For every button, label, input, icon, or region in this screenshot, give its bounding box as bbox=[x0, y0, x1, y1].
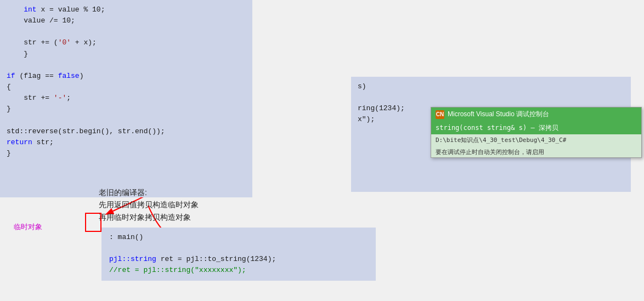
vs-popup-header: CN Microsoft Visual Studio 调试控制台 bbox=[431, 107, 641, 121]
code-line: str += ('0' + x); bbox=[7, 37, 246, 48]
annotation-line3: 再用临时对象拷贝构造对象 bbox=[99, 211, 199, 223]
keyword-false: false bbox=[58, 72, 80, 80]
code-line: { bbox=[7, 82, 246, 93]
red-rect-marker bbox=[85, 213, 101, 232]
code-line-pjl: pjl::string ret = pjl::to_string(1234); bbox=[109, 254, 368, 265]
keyword-pjl-string: pjl:: bbox=[109, 255, 131, 263]
right-code-line2 bbox=[358, 92, 624, 103]
keyword-if: if bbox=[7, 72, 15, 80]
keyword-return: return bbox=[7, 138, 32, 146]
code-line: str += '-'; bbox=[7, 93, 246, 104]
code-panel-left: int x = value % 10; value /= 10; str += … bbox=[0, 0, 252, 197]
string-literal: '-' bbox=[54, 94, 66, 102]
code-line: int x = value % 10; bbox=[7, 4, 246, 15]
vs-popup-body: string(const string& s) — 深拷贝 bbox=[431, 121, 641, 134]
code-line bbox=[7, 60, 246, 71]
code-line: if (flag == false) bbox=[7, 71, 246, 82]
code-line: } bbox=[7, 148, 246, 159]
annotation-line1: 老旧的编译器: bbox=[99, 186, 199, 198]
vs-popup: CN Microsoft Visual Studio 调试控制台 string(… bbox=[431, 107, 642, 158]
vs-icon: CN bbox=[436, 110, 444, 119]
vs-popup-path: D:\bite知识点\4_30_test\Debug\4_30_C# bbox=[431, 134, 641, 147]
vs-popup-title: Microsoft Visual Studio 调试控制台 bbox=[448, 110, 549, 119]
code-line-main: : main() bbox=[109, 232, 368, 243]
annotation-line2: 先用返回值拷贝构造临时对象 bbox=[99, 198, 199, 211]
keyword-string: string bbox=[131, 255, 156, 263]
vs-popup-hint: 要在调试停止时自动关闭控制台，请启用 bbox=[431, 147, 641, 157]
label-linshi: 临时对象 bbox=[14, 222, 42, 232]
right-code-line1: s) bbox=[358, 81, 624, 92]
code-line bbox=[7, 26, 246, 37]
code-line: } bbox=[7, 49, 246, 60]
code-line: std::reverse(str.begin(), str.end()); bbox=[7, 126, 246, 137]
code-line-blank bbox=[109, 243, 368, 254]
code-line: } bbox=[7, 104, 246, 115]
code-line: value /= 10; bbox=[7, 15, 246, 26]
string-literal: '0' bbox=[58, 38, 71, 47]
keyword-int: int bbox=[24, 5, 36, 14]
code-panel-bottom: : main() pjl::string ret = pjl::to_strin… bbox=[101, 228, 376, 281]
comment-ret: //ret = pjl::string("xxxxxxxx"); bbox=[109, 266, 246, 274]
code-line bbox=[7, 115, 246, 126]
code-line-comment: //ret = pjl::string("xxxxxxxx"); bbox=[109, 265, 368, 276]
code-line: return str; bbox=[7, 137, 246, 148]
annotation-box: 老旧的编译器: 先用返回值拷贝构造临时对象 再用临时对象拷贝构造对象 bbox=[99, 186, 199, 223]
